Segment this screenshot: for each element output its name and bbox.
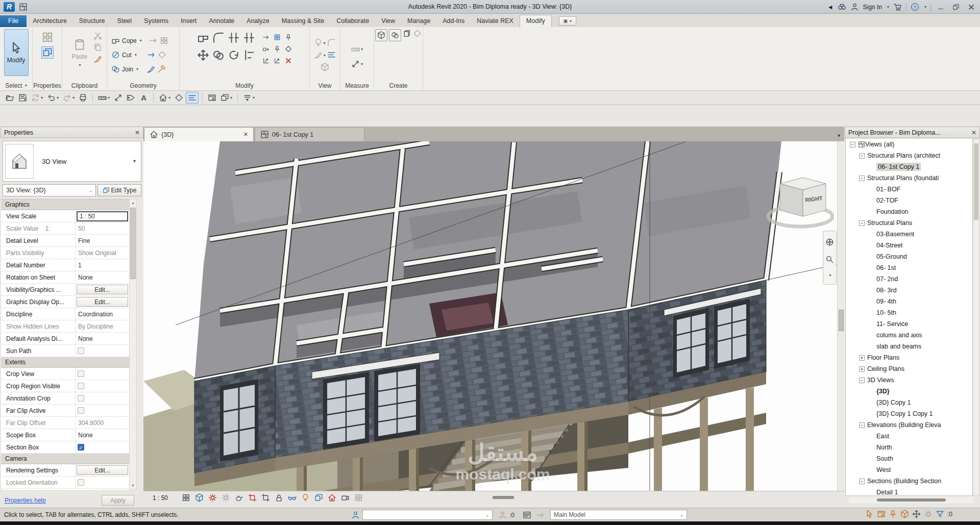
create-assembly-button[interactable] xyxy=(403,29,411,38)
shadows-off-button[interactable] xyxy=(219,492,232,504)
ribbon-tab-naviate-rex[interactable]: Naviate REX xyxy=(471,15,520,27)
modify-tool-button[interactable]: Modify xyxy=(4,29,29,76)
scrollbar-thumb[interactable] xyxy=(130,208,136,279)
ribbon-tab-architecture[interactable]: Architecture xyxy=(27,15,73,27)
unlocked-3d-view-button[interactable] xyxy=(272,492,285,504)
drag-elements-on-selection-button[interactable] xyxy=(912,510,921,518)
temporary-hide-isolate-button[interactable] xyxy=(285,492,299,504)
trim-multiple-button[interactable] xyxy=(274,57,281,64)
browser-item-floor-plans[interactable]: +Floor Plans xyxy=(846,352,972,363)
panel-label-view[interactable]: View xyxy=(310,81,340,90)
graphic-display-op-edit-button[interactable]: Edit... xyxy=(77,297,128,307)
select-pinned-elements-button[interactable] xyxy=(889,510,897,518)
search-button[interactable] xyxy=(838,3,846,11)
paste-button[interactable]: Paste ▾ xyxy=(67,29,92,76)
worksets-slot[interactable] xyxy=(351,511,360,519)
browser-item-02-tof[interactable]: 02-TOF xyxy=(846,195,972,206)
far-clip-active-checkbox[interactable] xyxy=(78,407,84,414)
wall-joins-button[interactable] xyxy=(160,36,168,45)
scrollbar-thumb[interactable] xyxy=(839,310,844,331)
delete-button[interactable] xyxy=(285,57,292,64)
browser-item-3d[interactable]: {3D} xyxy=(846,386,972,397)
properties-palette-button[interactable] xyxy=(41,31,54,43)
browser-item-views-all[interactable]: −Views (all) xyxy=(846,139,972,150)
minimize-button[interactable] xyxy=(935,3,946,12)
browser-item-structural-plans-foundati[interactable]: −Structural Plans (foundati xyxy=(846,172,972,184)
select-elements-by-face-button[interactable] xyxy=(900,510,909,518)
worksharing-display-button[interactable] xyxy=(352,492,365,504)
browser-item-detail-1[interactable]: Detail 1 xyxy=(846,487,972,496)
expand-icon[interactable]: + xyxy=(859,355,865,361)
account-button[interactable] xyxy=(850,3,859,11)
pin-button[interactable] xyxy=(274,45,281,53)
join-geometry-button[interactable]: Join▾ xyxy=(111,63,166,76)
visibility-graphics-edit-button[interactable]: Edit... xyxy=(77,285,128,294)
property-value[interactable]: 50 xyxy=(77,225,85,232)
align-button[interactable] xyxy=(243,49,255,61)
property-value[interactable]: 1 : 50 xyxy=(77,211,128,221)
synchronize-button[interactable]: ▾ xyxy=(30,92,44,103)
view-scale-button[interactable]: 1 : 50 xyxy=(153,494,179,502)
panel-label-geometry[interactable]: Geometry xyxy=(107,81,179,90)
browser-horizontal-scrollbar[interactable] xyxy=(849,497,973,503)
redo-button[interactable]: ▾ xyxy=(61,92,76,103)
browser-item-06-1st[interactable]: 06- 1st xyxy=(846,262,972,273)
copy-button[interactable] xyxy=(212,49,225,61)
property-value[interactable]: None xyxy=(77,335,93,342)
ribbon-tab-annotate[interactable]: Annotate xyxy=(203,15,240,27)
ribbon-tab-file[interactable]: File xyxy=(0,15,27,27)
browser-item-03-basement[interactable]: 03-Basement xyxy=(846,229,972,240)
match-type-button[interactable] xyxy=(93,55,102,63)
property-value[interactable]: Fine xyxy=(77,237,90,244)
fillet-tool-button[interactable] xyxy=(212,32,225,44)
customize-quick-access-button[interactable]: ▾ xyxy=(241,92,256,103)
create-group-button[interactable] xyxy=(389,29,401,41)
copy-to-clipboard-button[interactable] xyxy=(93,43,102,52)
ribbon-tab-systems[interactable]: Systems xyxy=(138,15,175,27)
browser-item-05-ground[interactable]: 05-Ground xyxy=(846,251,972,262)
help-dropdown-icon[interactable]: ▾ xyxy=(924,5,926,9)
demolish-button[interactable] xyxy=(157,65,166,73)
active-only-slot[interactable] xyxy=(536,511,545,519)
properties-section-extents[interactable]: Extents xyxy=(1,357,129,368)
view-tab-3d[interactable]: {3D}✕ xyxy=(144,127,254,141)
property-value[interactable]: Show Original xyxy=(77,249,116,257)
browser-item-structural-plans-architect[interactable]: −Structural Plans (architect xyxy=(846,150,972,161)
viewcube[interactable]: RIGHT xyxy=(765,168,841,231)
ribbon-tab-massing-site[interactable]: Massing & Site xyxy=(276,15,330,27)
property-value[interactable]: 304.8000 xyxy=(77,419,104,427)
sign-in-dropdown-icon[interactable]: ▾ xyxy=(887,5,889,9)
browser-item-structural-plans[interactable]: −Structural Plans xyxy=(846,217,972,229)
app-store-button[interactable] xyxy=(893,3,902,11)
linework-button[interactable] xyxy=(327,51,336,59)
browser-item-slab-and-beams[interactable]: slab and beams xyxy=(846,341,972,352)
close-project-browser-icon[interactable]: ✕ xyxy=(971,129,976,136)
sun-path-off-button[interactable] xyxy=(206,492,219,504)
browser-item-08-3rd[interactable]: 08- 3rd xyxy=(846,285,972,296)
properties-scrollbar[interactable]: ▲ ▼ xyxy=(129,199,137,490)
dimension-button[interactable] xyxy=(351,60,360,68)
locked-orientation-checkbox[interactable] xyxy=(78,479,84,486)
ribbon-tab-add-ins[interactable]: Add-Ins xyxy=(436,15,471,27)
property-value[interactable]: 1 xyxy=(77,262,82,269)
close-hidden-windows-button[interactable] xyxy=(206,92,218,103)
tag-by-category-button[interactable] xyxy=(125,92,137,103)
hide-category-button[interactable] xyxy=(314,38,323,47)
apply-coping-button[interactable] xyxy=(149,36,158,45)
main-model-dropdown[interactable]: Main Model⌄ xyxy=(550,510,687,520)
section-button[interactable] xyxy=(173,92,185,103)
select-links-button[interactable] xyxy=(865,510,874,518)
apply-button[interactable]: Apply xyxy=(102,495,134,506)
hide-analytical-model-button[interactable] xyxy=(325,492,338,504)
collapse-icon[interactable]: − xyxy=(850,142,855,147)
text-button[interactable] xyxy=(138,92,150,103)
browser-vertical-scrollbar[interactable] xyxy=(973,139,979,496)
project-browser-header[interactable]: Project Browser - Bim Diploma... ✕ xyxy=(845,127,980,138)
select-underlay-elements-button[interactable] xyxy=(877,510,886,518)
browser-item-06-1st-copy-1[interactable]: 06- 1st Copy 1 xyxy=(846,161,972,172)
crop-view-checkbox[interactable] xyxy=(78,370,84,377)
scroll-down-icon[interactable]: ▼ xyxy=(130,482,136,489)
browser-item-sections-building-section[interactable]: −Sections (Building Section xyxy=(846,476,972,487)
steering-wheel-button[interactable] xyxy=(825,238,834,246)
properties-help-link[interactable]: Properties help xyxy=(5,497,46,504)
